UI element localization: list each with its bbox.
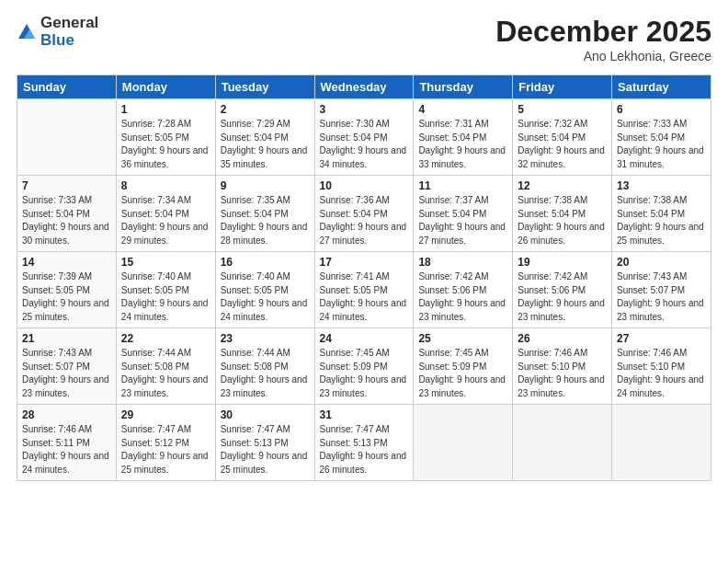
day-number: 20 xyxy=(617,256,706,269)
day-info: Sunrise: 7:40 AMSunset: 5:05 PMDaylight:… xyxy=(221,270,310,324)
calendar-cell-3-6: 27Sunrise: 7:46 AMSunset: 5:10 PMDayligh… xyxy=(612,328,711,405)
calendar-cell-2-6: 20Sunrise: 7:43 AMSunset: 5:07 PMDayligh… xyxy=(612,252,711,328)
calendar-cell-1-4: 11Sunrise: 7:37 AMSunset: 5:04 PMDayligh… xyxy=(414,176,513,252)
day-number: 1 xyxy=(121,103,210,116)
col-thursday: Thursday xyxy=(414,75,513,99)
calendar-cell-0-1: 1Sunrise: 7:28 AMSunset: 5:05 PMDaylight… xyxy=(116,99,215,176)
calendar-cell-1-6: 13Sunrise: 7:38 AMSunset: 5:04 PMDayligh… xyxy=(612,176,711,252)
day-number: 4 xyxy=(418,103,507,116)
calendar-cell-2-4: 18Sunrise: 7:42 AMSunset: 5:06 PMDayligh… xyxy=(414,252,513,328)
logo: General Blue xyxy=(17,15,98,49)
col-friday: Friday xyxy=(513,75,612,99)
day-info: Sunrise: 7:36 AMSunset: 5:04 PMDaylight:… xyxy=(320,194,409,247)
calendar-cell-3-5: 26Sunrise: 7:46 AMSunset: 5:10 PMDayligh… xyxy=(513,328,612,405)
calendar-cell-4-5 xyxy=(513,405,612,481)
calendar-cell-4-4 xyxy=(414,405,513,481)
logo-text: General Blue xyxy=(40,15,98,49)
calendar-cell-2-0: 14Sunrise: 7:39 AMSunset: 5:05 PMDayligh… xyxy=(17,252,117,328)
day-info: Sunrise: 7:38 AMSunset: 5:04 PMDaylight:… xyxy=(518,194,607,247)
day-number: 16 xyxy=(221,256,310,269)
day-number: 27 xyxy=(617,332,706,345)
day-info: Sunrise: 7:46 AMSunset: 5:10 PMDaylight:… xyxy=(617,347,706,400)
calendar-cell-1-2: 9Sunrise: 7:35 AMSunset: 5:04 PMDaylight… xyxy=(215,176,314,252)
day-number: 8 xyxy=(121,179,210,192)
week-row-5: 28Sunrise: 7:46 AMSunset: 5:11 PMDayligh… xyxy=(17,405,711,481)
week-row-3: 14Sunrise: 7:39 AMSunset: 5:05 PMDayligh… xyxy=(17,252,711,328)
day-info: Sunrise: 7:43 AMSunset: 5:07 PMDaylight:… xyxy=(617,270,706,324)
logo-icon xyxy=(17,22,37,42)
calendar-cell-3-4: 25Sunrise: 7:45 AMSunset: 5:09 PMDayligh… xyxy=(414,328,513,405)
day-info: Sunrise: 7:46 AMSunset: 5:11 PMDaylight:… xyxy=(22,423,111,477)
day-info: Sunrise: 7:34 AMSunset: 5:04 PMDaylight:… xyxy=(121,194,210,247)
header: General Blue December 2025 Ano Lekhonia,… xyxy=(17,15,711,63)
calendar-cell-0-4: 4Sunrise: 7:31 AMSunset: 5:04 PMDaylight… xyxy=(414,99,513,176)
day-number: 12 xyxy=(518,179,607,192)
day-info: Sunrise: 7:46 AMSunset: 5:10 PMDaylight:… xyxy=(518,347,607,400)
day-info: Sunrise: 7:40 AMSunset: 5:05 PMDaylight:… xyxy=(121,270,210,324)
day-number: 26 xyxy=(518,332,607,345)
day-number: 17 xyxy=(320,256,409,269)
day-info: Sunrise: 7:39 AMSunset: 5:05 PMDaylight:… xyxy=(22,270,111,324)
day-number: 19 xyxy=(518,256,607,269)
day-number: 29 xyxy=(121,408,210,421)
day-number: 13 xyxy=(617,179,706,192)
day-info: Sunrise: 7:31 AMSunset: 5:04 PMDaylight:… xyxy=(418,118,507,171)
calendar-cell-0-5: 5Sunrise: 7:32 AMSunset: 5:04 PMDaylight… xyxy=(513,99,612,176)
col-monday: Monday xyxy=(116,75,215,99)
logo-general: General xyxy=(40,15,98,32)
day-number: 18 xyxy=(418,256,507,269)
day-info: Sunrise: 7:35 AMSunset: 5:04 PMDaylight:… xyxy=(221,194,310,247)
calendar-cell-3-2: 23Sunrise: 7:44 AMSunset: 5:08 PMDayligh… xyxy=(215,328,314,405)
day-info: Sunrise: 7:33 AMSunset: 5:04 PMDaylight:… xyxy=(22,194,111,247)
calendar-cell-4-6 xyxy=(612,405,711,481)
page: General Blue December 2025 Ano Lekhonia,… xyxy=(0,0,728,563)
calendar-cell-1-1: 8Sunrise: 7:34 AMSunset: 5:04 PMDaylight… xyxy=(116,176,215,252)
col-tuesday: Tuesday xyxy=(215,75,314,99)
calendar-cell-4-1: 29Sunrise: 7:47 AMSunset: 5:12 PMDayligh… xyxy=(116,405,215,481)
day-info: Sunrise: 7:44 AMSunset: 5:08 PMDaylight:… xyxy=(221,347,310,400)
calendar-cell-1-3: 10Sunrise: 7:36 AMSunset: 5:04 PMDayligh… xyxy=(314,176,414,252)
calendar-cell-2-2: 16Sunrise: 7:40 AMSunset: 5:05 PMDayligh… xyxy=(215,252,314,328)
calendar-cell-2-5: 19Sunrise: 7:42 AMSunset: 5:06 PMDayligh… xyxy=(513,252,612,328)
logo-blue: Blue xyxy=(40,32,98,50)
day-info: Sunrise: 7:41 AMSunset: 5:05 PMDaylight:… xyxy=(320,270,409,324)
col-saturday: Saturday xyxy=(612,75,711,99)
week-row-2: 7Sunrise: 7:33 AMSunset: 5:04 PMDaylight… xyxy=(17,176,711,252)
day-number: 3 xyxy=(320,103,409,116)
day-number: 30 xyxy=(221,408,310,421)
day-info: Sunrise: 7:47 AMSunset: 5:12 PMDaylight:… xyxy=(121,423,210,477)
calendar-cell-4-0: 28Sunrise: 7:46 AMSunset: 5:11 PMDayligh… xyxy=(17,405,117,481)
col-wednesday: Wednesday xyxy=(314,75,414,99)
day-number: 28 xyxy=(22,408,111,421)
week-row-4: 21Sunrise: 7:43 AMSunset: 5:07 PMDayligh… xyxy=(17,328,711,405)
day-info: Sunrise: 7:45 AMSunset: 5:09 PMDaylight:… xyxy=(418,347,507,400)
day-number: 11 xyxy=(418,179,507,192)
day-number: 25 xyxy=(418,332,507,345)
day-number: 21 xyxy=(22,332,111,345)
calendar-cell-3-0: 21Sunrise: 7:43 AMSunset: 5:07 PMDayligh… xyxy=(17,328,117,405)
calendar-cell-2-3: 17Sunrise: 7:41 AMSunset: 5:05 PMDayligh… xyxy=(314,252,414,328)
calendar-cell-4-2: 30Sunrise: 7:47 AMSunset: 5:13 PMDayligh… xyxy=(215,405,314,481)
day-number: 22 xyxy=(121,332,210,345)
calendar-cell-0-6: 6Sunrise: 7:33 AMSunset: 5:04 PMDaylight… xyxy=(612,99,711,176)
calendar-table: Sunday Monday Tuesday Wednesday Thursday… xyxy=(17,75,711,481)
day-number: 14 xyxy=(22,256,111,269)
calendar-cell-2-1: 15Sunrise: 7:40 AMSunset: 5:05 PMDayligh… xyxy=(116,252,215,328)
calendar-cell-0-0 xyxy=(17,99,117,176)
day-info: Sunrise: 7:42 AMSunset: 5:06 PMDaylight:… xyxy=(518,270,607,324)
title-block: December 2025 Ano Lekhonia, Greece xyxy=(495,15,711,63)
calendar-cell-1-0: 7Sunrise: 7:33 AMSunset: 5:04 PMDaylight… xyxy=(17,176,117,252)
day-number: 24 xyxy=(320,332,409,345)
day-number: 7 xyxy=(22,179,111,192)
day-number: 15 xyxy=(121,256,210,269)
col-sunday: Sunday xyxy=(17,75,117,99)
day-number: 9 xyxy=(221,179,310,192)
calendar-cell-4-3: 31Sunrise: 7:47 AMSunset: 5:13 PMDayligh… xyxy=(314,405,414,481)
location-subtitle: Ano Lekhonia, Greece xyxy=(495,49,711,63)
day-info: Sunrise: 7:45 AMSunset: 5:09 PMDaylight:… xyxy=(320,347,409,400)
day-info: Sunrise: 7:30 AMSunset: 5:04 PMDaylight:… xyxy=(320,118,409,171)
day-number: 5 xyxy=(518,103,607,116)
day-info: Sunrise: 7:43 AMSunset: 5:07 PMDaylight:… xyxy=(22,347,111,400)
day-info: Sunrise: 7:32 AMSunset: 5:04 PMDaylight:… xyxy=(518,118,607,171)
calendar-cell-0-3: 3Sunrise: 7:30 AMSunset: 5:04 PMDaylight… xyxy=(314,99,414,176)
